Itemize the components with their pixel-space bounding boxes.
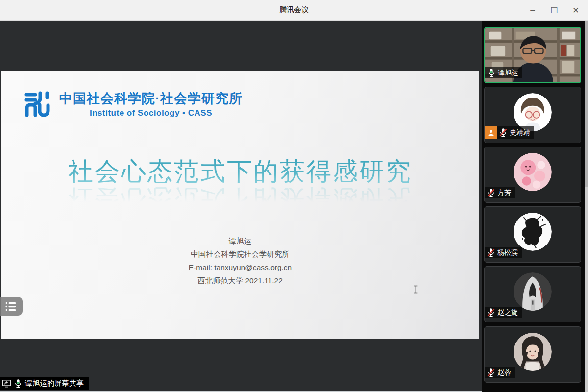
participant-tile[interactable]: 谭旭运: [484, 27, 581, 83]
slide-title-wrap: 社会心态范式下的获得感研究: [1, 155, 479, 189]
avatar: [514, 333, 552, 371]
participant-name: 史靖靖: [510, 128, 530, 137]
participant-name: 谭旭运: [498, 69, 518, 77]
scrollbar-thumb[interactable]: [585, 21, 588, 187]
avatar: [514, 153, 552, 191]
close-button[interactable]: ✕: [568, 3, 583, 18]
participant-name: 赵蓉: [497, 368, 511, 377]
participant-name: 方芳: [497, 189, 511, 197]
participant-tile[interactable]: 方芳: [484, 147, 581, 203]
participants-sidebar: 谭旭运: [482, 21, 588, 392]
window-title: 腾讯会议: [279, 5, 309, 15]
mic-muted-icon: [487, 308, 495, 317]
participant-name-row: 方芳: [485, 187, 515, 198]
panel-toggle-button[interactable]: [0, 297, 23, 316]
maximize-button[interactable]: ☐: [547, 3, 562, 18]
titlebar: 腾讯会议 – ☐ ✕: [0, 0, 588, 21]
institute-name-cn: 中国社会科学院·社会学研究所: [59, 90, 243, 107]
institute-name: 中国社会科学院·社会学研究所 Institute of Sociology • …: [59, 90, 243, 118]
tencent-meeting-window: 腾讯会议 – ☐ ✕: [0, 0, 588, 392]
text-cursor-icon: [413, 285, 418, 294]
author-email: E-mail: tanxuyun@cass.org.cn: [1, 261, 479, 274]
minimize-button[interactable]: –: [525, 3, 540, 18]
institute-name-en: Institute of Sociology • CASS: [90, 108, 212, 118]
author-name: 谭旭运: [1, 234, 479, 247]
avatar: [514, 272, 552, 311]
mic-muted-icon: [487, 188, 495, 197]
participant-tile[interactable]: 赵之旋: [484, 266, 581, 322]
participant-name: 赵之旋: [497, 308, 518, 317]
mic-on-icon: [487, 68, 496, 77]
author-block: 谭旭运 中国社会科学院社会学研究所 E-mail: tanxuyun@cass.…: [1, 234, 479, 287]
screen-share-banner: 谭旭运的屏幕共享: [0, 377, 89, 390]
participant-name-row: 赵之旋: [485, 307, 522, 318]
list-icon: [5, 302, 17, 311]
participant-tile[interactable]: 杨松滨: [484, 206, 581, 263]
participant-name-row: 谭旭运: [485, 67, 522, 78]
avatar: [514, 213, 552, 251]
venue-date: 西北师范大学 2021.11.22: [1, 274, 479, 287]
mic-muted-icon: [487, 368, 495, 377]
screen-share-stage: 中国社会科学院·社会学研究所 Institute of Sociology • …: [0, 21, 482, 392]
author-affiliation: 中国社会科学院社会学研究所: [1, 247, 479, 261]
avatar: [514, 93, 552, 131]
window-controls: – ☐ ✕: [525, 0, 583, 21]
participant-name: 杨松滨: [497, 248, 518, 257]
participant-tile[interactable]: 赵蓉: [484, 326, 581, 383]
participant-name-row: 赵蓉: [485, 367, 515, 378]
screen-share-label: 谭旭运的屏幕共享: [25, 379, 84, 388]
meeting-workspace: 中国社会科学院·社会学研究所 Institute of Sociology • …: [0, 21, 588, 392]
participant-name-row: 史靖靖: [485, 126, 534, 139]
slide-title: 社会心态范式下的获得感研究: [68, 155, 412, 189]
person-badge-icon: [485, 126, 497, 139]
mic-on-icon: [14, 379, 23, 388]
mic-muted-icon: [487, 248, 495, 257]
screen-share-icon: [2, 379, 11, 388]
participant-name-row: 杨松滨: [485, 247, 522, 258]
participant-tile[interactable]: 史靖靖: [484, 87, 581, 143]
institute-logo: 中国社会科学院·社会学研究所 Institute of Sociology • …: [22, 89, 243, 119]
participants-scrollbar[interactable]: [585, 21, 588, 392]
presentation-slide: 中国社会科学院·社会学研究所 Institute of Sociology • …: [1, 71, 479, 339]
cass-seal-icon: [22, 89, 51, 119]
mic-muted-icon: [499, 128, 508, 137]
